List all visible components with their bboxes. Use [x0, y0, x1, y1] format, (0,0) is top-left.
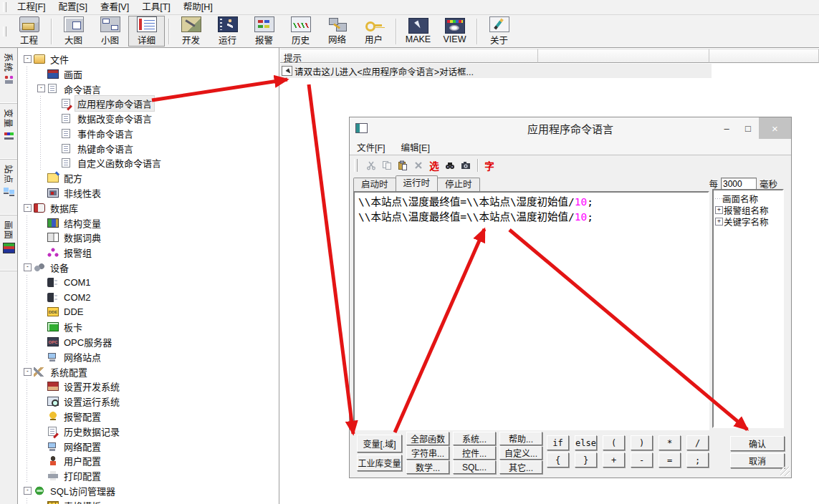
- keyword-button[interactable]: ): [631, 435, 653, 450]
- expand-toggle[interactable]: -: [24, 55, 32, 63]
- copy-icon[interactable]: [379, 159, 395, 172]
- resize-grip[interactable]: [780, 467, 790, 476]
- menubar-item[interactable]: 查看[V]: [94, 1, 135, 14]
- confirm-button[interactable]: 确认: [730, 436, 785, 451]
- tree-item[interactable]: 热键命令语言: [18, 141, 279, 156]
- tree-item[interactable]: 设置开发系统: [18, 379, 279, 394]
- delete-icon[interactable]: [411, 159, 426, 172]
- tree-item[interactable]: -命令语言: [18, 82, 279, 97]
- tree-item[interactable]: -SQL访问管理器: [18, 483, 279, 498]
- tab-运行时[interactable]: 运行时: [396, 175, 439, 191]
- function-group-button[interactable]: 系统...: [453, 432, 496, 445]
- tree-item[interactable]: -系统配置: [18, 364, 279, 379]
- tree-item[interactable]: 打印配置: [18, 468, 279, 483]
- code-editor[interactable]: \\本站点\湿度最终值=\\本站点\湿度初始值/10;\\本站点\温度最终值=\…: [353, 191, 709, 430]
- tree-item[interactable]: 应用程序命令语言: [18, 96, 279, 111]
- expand-toggle[interactable]: +: [715, 206, 723, 214]
- tree-item[interactable]: 结构变量: [18, 215, 279, 231]
- menubar-item[interactable]: 工程[F]: [11, 1, 52, 14]
- tree-item[interactable]: 画面: [18, 67, 279, 82]
- tree-item[interactable]: 表格模板: [18, 498, 279, 504]
- tree-item[interactable]: 报警组: [18, 245, 279, 260]
- toolbar-button-smallicons[interactable]: 小图: [92, 16, 128, 47]
- font-button[interactable]: 字: [482, 158, 497, 173]
- side-tab-variable[interactable]: 变量: [0, 104, 17, 160]
- cancel-button[interactable]: 取消: [730, 453, 785, 468]
- tree-item[interactable]: -设备: [18, 260, 279, 275]
- variable-domain-button[interactable]: 变量[.域]: [357, 435, 402, 452]
- side-tab-system[interactable]: 系统: [0, 48, 17, 104]
- menubar-item[interactable]: 工具[T]: [135, 1, 177, 14]
- tree-item[interactable]: 报警配置: [18, 409, 279, 424]
- header-column[interactable]: [709, 49, 819, 63]
- toolbar-button-project[interactable]: 工程: [11, 16, 47, 47]
- tree-item[interactable]: COM1: [18, 275, 279, 290]
- tree-item[interactable]: 板卡: [18, 319, 279, 334]
- tree-item[interactable]: 用户配置: [18, 454, 279, 469]
- paste-icon[interactable]: [395, 159, 411, 172]
- side-tab-station[interactable]: 站点: [0, 160, 17, 215]
- keyword-button[interactable]: {: [547, 452, 569, 467]
- tree-item[interactable]: -数据库: [18, 200, 279, 215]
- keyword-button[interactable]: else: [575, 435, 597, 450]
- tree-item[interactable]: 网络配置: [18, 439, 279, 454]
- function-group-button[interactable]: SQL...: [453, 460, 496, 474]
- snapshot-icon[interactable]: [458, 159, 474, 172]
- insert-tree-item[interactable]: +关键字名称: [715, 215, 781, 227]
- menubar-item[interactable]: 帮助[H]: [177, 1, 219, 14]
- keyword-button[interactable]: +: [603, 452, 625, 467]
- function-group-button[interactable]: 其它...: [499, 460, 542, 474]
- minimize-button[interactable]: –: [716, 117, 737, 139]
- expand-toggle[interactable]: -: [24, 368, 32, 376]
- function-group-button[interactable]: 字符串...: [406, 446, 449, 460]
- find-icon[interactable]: [442, 159, 458, 172]
- dialog-menu-item[interactable]: 编辑[E]: [401, 140, 430, 154]
- function-group-button[interactable]: 自定义...: [499, 446, 542, 460]
- dialog-titlebar[interactable]: 应用程序命令语言 – □ ×: [350, 117, 791, 139]
- tree-item[interactable]: 设置运行系统: [18, 394, 279, 409]
- keyword-button[interactable]: -: [631, 452, 653, 467]
- tree-item[interactable]: 数据改变命令语言: [18, 111, 279, 126]
- expand-toggle[interactable]: -: [24, 263, 32, 271]
- toolbar-button-develop[interactable]: 开发: [173, 16, 209, 47]
- toolbar-button-detail[interactable]: 详细: [128, 16, 165, 47]
- tree-item[interactable]: 网络站点: [18, 349, 279, 364]
- expand-toggle[interactable]: -: [24, 204, 32, 212]
- toolbar-button-view[interactable]: VIEW: [436, 16, 473, 47]
- tree-item[interactable]: 自定义函数命令语言: [18, 156, 279, 171]
- side-tab-screen[interactable]: 画面: [0, 215, 17, 271]
- industry-lib-button[interactable]: 工业库变量: [357, 455, 402, 471]
- expand-toggle[interactable]: +: [715, 218, 723, 226]
- function-group-button[interactable]: 数学...: [406, 460, 449, 474]
- menubar-item[interactable]: 配置[S]: [52, 1, 94, 14]
- tree-item[interactable]: DDE: [18, 305, 279, 320]
- toolbar-button-about[interactable]: 关于: [481, 16, 517, 47]
- keyword-button[interactable]: *: [658, 435, 681, 450]
- function-group-button[interactable]: 帮助...: [499, 432, 542, 445]
- toolbar-button-bigicons[interactable]: 大图: [55, 16, 92, 47]
- keyword-button[interactable]: ;: [686, 452, 709, 467]
- header-column[interactable]: 提示: [280, 49, 538, 63]
- toolbar-button-make[interactable]: MAKE: [400, 16, 436, 47]
- toolbar-button-run[interactable]: 运行: [209, 16, 246, 47]
- tab-启动时[interactable]: 启动时: [353, 178, 396, 191]
- expand-toggle[interactable]: -: [37, 84, 45, 92]
- close-button[interactable]: ×: [759, 117, 791, 139]
- select-text-button[interactable]: 选: [426, 158, 442, 173]
- interval-input[interactable]: [721, 178, 757, 190]
- keyword-button[interactable]: =: [658, 452, 681, 467]
- keyword-button[interactable]: if: [547, 435, 569, 450]
- dialog-toolbar-grip[interactable]: [354, 159, 358, 172]
- toolbar-button-network[interactable]: 网络: [319, 16, 355, 47]
- expand-toggle[interactable]: -: [24, 487, 32, 495]
- keyword-button[interactable]: /: [686, 435, 709, 450]
- cut-icon[interactable]: [363, 159, 379, 172]
- toolbar-button-alarm[interactable]: 报警: [246, 16, 282, 47]
- keyword-button[interactable]: (: [603, 435, 625, 450]
- tree-item[interactable]: 非线性表: [18, 185, 279, 200]
- menubar-grip[interactable]: [3, 2, 6, 12]
- toolbar-button-user[interactable]: 用户: [355, 16, 392, 47]
- keyword-button[interactable]: }: [575, 452, 597, 467]
- prompt-row[interactable]: 请双击这儿进入<应用程序命令语言>对话框...: [280, 64, 712, 78]
- tree-item[interactable]: OPC服务器: [18, 334, 279, 349]
